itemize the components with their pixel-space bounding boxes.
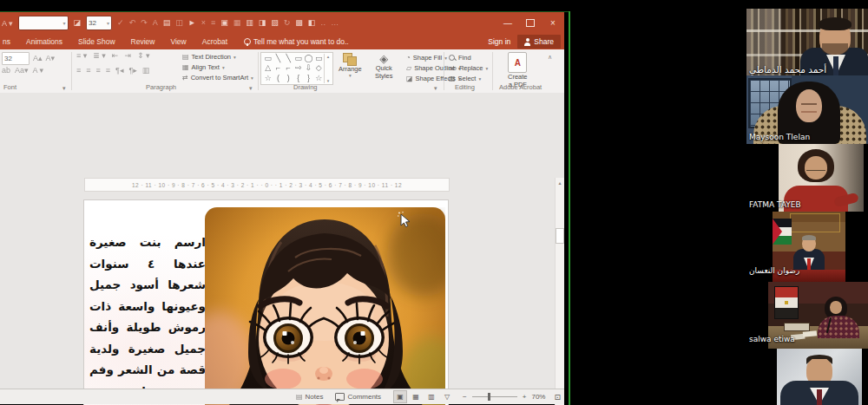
font-color-icon[interactable]: A ▾	[2, 19, 13, 28]
tab-animations[interactable]: Animations	[18, 37, 70, 46]
paragraph-dialog-launcher[interactable]: ▾	[249, 85, 253, 92]
convert-smartart-button[interactable]: ⇄Convert to SmartArt▾	[182, 74, 253, 82]
rtl-direction-icon[interactable]: ¶▸	[128, 67, 136, 75]
text-direction-button[interactable]: ▤Text Direction▾	[182, 53, 236, 61]
decrease-indent-icon[interactable]: ⇤	[112, 52, 119, 60]
increase-indent-icon[interactable]: ⇥	[124, 52, 131, 60]
save-icon[interactable]: ▤	[163, 19, 171, 27]
scroll-up-icon[interactable]: ▴	[558, 180, 561, 186]
shape-rounded-rect-icon[interactable]: ▭	[315, 55, 323, 62]
shape-triangle-icon[interactable]: △	[265, 64, 271, 72]
tab-acrobat[interactable]: Acrobat	[194, 37, 235, 46]
close-button[interactable]: ×	[542, 12, 564, 34]
numbering-icon[interactable]: ≣ ▾	[93, 52, 106, 60]
layout-icon[interactable]: ◨	[259, 19, 266, 27]
font-size-box[interactable]: 32	[2, 52, 30, 65]
font-size-combo[interactable]: 32▾	[86, 16, 112, 30]
participant-tile[interactable]: Maysoon Tlelan	[746, 75, 868, 144]
reading-view-button[interactable]: ▥	[424, 390, 438, 403]
align-text-button[interactable]: ▦Align Text▾	[182, 63, 225, 71]
line-spacing-icon[interactable]: ⇕ ▾	[137, 52, 150, 60]
shape-curly-close-icon[interactable]: }	[307, 75, 310, 82]
ltr-direction-icon[interactable]: ¶◂	[115, 67, 123, 75]
more-commands-icon[interactable]: ‥	[320, 19, 326, 27]
shape-star2-icon[interactable]: ☆	[315, 75, 322, 82]
grid-icon[interactable]: ▩	[295, 19, 303, 27]
shape-line2-icon[interactable]: ╲	[286, 55, 290, 62]
link-icon[interactable]: ↻	[284, 19, 291, 27]
split-view-icon[interactable]: ◧	[308, 19, 316, 27]
shrink-font-icon[interactable]: A▾	[46, 55, 56, 62]
delete-icon[interactable]: ×	[201, 19, 206, 27]
shape-rect-icon[interactable]: ▭	[265, 55, 273, 62]
columns-icon[interactable]: ▥	[142, 67, 150, 75]
zoom-slider[interactable]	[472, 396, 517, 397]
align-left-icon[interactable]: ≡	[76, 67, 81, 75]
tab-view[interactable]: View	[162, 37, 194, 46]
slide-canvas[interactable]: ارسم بنت صغيرة عندها ٤ سنوات شعرها أسود …	[84, 200, 448, 405]
normal-view-button[interactable]: ▣	[393, 390, 407, 403]
zoom-in-button[interactable]: +	[523, 393, 527, 401]
align-right-icon[interactable]: ≡	[96, 67, 101, 75]
image-icon[interactable]: ▨	[271, 19, 279, 27]
shape-elbow2-icon[interactable]: ⌐	[286, 64, 291, 72]
participant-tile[interactable]: رضوان النعسان	[746, 212, 868, 282]
spell-check-icon[interactable]: ✓	[117, 19, 124, 27]
scroll-down-icon[interactable]: ▾	[327, 78, 330, 83]
slide-text-arabic[interactable]: ارسم بنت صغيرة عندها ٤ سنوات شعرها أسود …	[89, 232, 206, 405]
shape-curly-open-icon[interactable]: {	[297, 75, 299, 82]
shape-brace-close-icon[interactable]: )	[287, 75, 290, 82]
replace-button[interactable]: abReplace▾	[449, 64, 488, 72]
scrollbar-thumb[interactable]	[556, 228, 564, 244]
align-center-icon[interactable]: ≡	[86, 67, 90, 75]
table-icon[interactable]: ▦	[233, 19, 241, 27]
shape-arrow-down-icon[interactable]: ⇩	[306, 64, 312, 72]
tab-transitions-partial[interactable]: ns	[0, 37, 18, 46]
vertical-scrollbar[interactable]: ▴ ▾ ⇈ ⇊	[555, 178, 564, 405]
strikethrough-icon[interactable]: ab	[2, 67, 10, 75]
share-button[interactable]: Share	[517, 35, 561, 49]
participant-tile[interactable]: salwa etiwa	[746, 282, 868, 349]
select-button[interactable]: ▧Select▾	[449, 75, 481, 82]
scroll-up-icon[interactable]: ▴	[327, 54, 330, 59]
participant-tile[interactable]: FATMA TAYEB	[746, 144, 868, 212]
shape-brace-open-icon[interactable]: (	[277, 75, 279, 82]
quick-styles-button[interactable]: ◈ Quick Styles	[375, 53, 392, 80]
shapes-gallery-scrollbar[interactable]: ▴ ▾	[324, 54, 332, 83]
shapes-gallery[interactable]: ▭ ╲ ╲ ▭ ◯ ▭ △ ⌐ ⌐ ⇨ ⇩ ◇ ☆ ( ) { } ☆ ▴	[260, 52, 333, 85]
slide-sorter-button[interactable]: ▦	[409, 390, 423, 403]
list-icon[interactable]: ≡	[211, 19, 215, 27]
participant-tile[interactable]	[746, 349, 868, 405]
font-name-combo[interactable]: ▾	[18, 16, 69, 30]
fit-to-window-icon[interactable]: ⊡	[554, 393, 561, 402]
format-painter-icon[interactable]: ◪	[74, 19, 82, 27]
font-icon[interactable]: A	[153, 19, 158, 27]
shape-diamond-icon[interactable]: ◇	[316, 64, 322, 72]
copy-icon[interactable]: ◫	[175, 19, 183, 27]
justify-icon[interactable]: ≡	[106, 67, 110, 75]
sign-in-link[interactable]: Sign in	[488, 37, 510, 46]
font-dialog-launcher[interactable]: ▾	[62, 85, 66, 92]
shape-line-icon[interactable]: ╲	[276, 55, 280, 62]
zoom-level[interactable]: 70%	[531, 393, 545, 401]
tell-me-box[interactable]: Tell me what you want to do..	[244, 37, 349, 46]
change-case-icon[interactable]: Aa▾	[15, 67, 29, 75]
font-color-icon[interactable]: A ▾	[33, 67, 44, 75]
shape-elbow-icon[interactable]: ⌐	[276, 64, 280, 72]
collapse-ribbon-icon[interactable]: ∧	[548, 54, 552, 61]
shape-fill-button[interactable]: ◔Shape Fill▾	[406, 54, 447, 62]
find-button[interactable]: Find	[449, 54, 471, 62]
checkbox-icon[interactable]: ▣	[220, 19, 228, 27]
participant-tile[interactable]: أحمد محمد الدماطي	[746, 9, 868, 75]
drawing-dialog-launcher[interactable]: ▾	[434, 85, 437, 92]
overflow-icon[interactable]: …	[331, 19, 339, 27]
bullets-icon[interactable]: ≡ ▾	[76, 52, 87, 60]
comments-button[interactable]: Comments	[335, 393, 381, 401]
shape-arrow-right-icon[interactable]: ⇨	[295, 64, 302, 72]
zoom-slider-thumb[interactable]	[488, 393, 490, 401]
slide-image-girl[interactable]	[205, 207, 445, 405]
undo-icon[interactable]: ↶	[129, 19, 136, 27]
grow-font-icon[interactable]: A▴	[33, 55, 43, 62]
shape-star-icon[interactable]: ☆	[265, 75, 272, 82]
shape-oval-icon[interactable]: ◯	[304, 55, 312, 62]
